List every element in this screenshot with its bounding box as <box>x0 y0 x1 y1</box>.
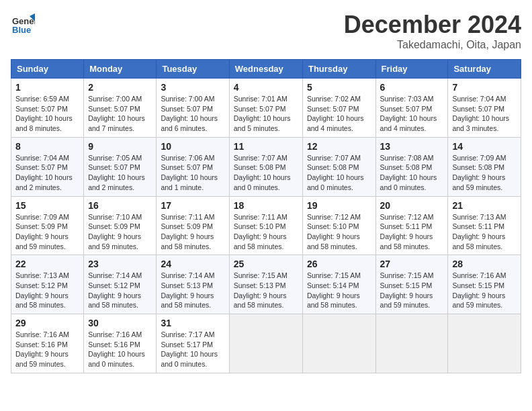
day-number: 25 <box>234 259 298 269</box>
day-number: 16 <box>88 200 152 211</box>
logo: General Blue <box>11 11 38 35</box>
logo-icon: General Blue <box>11 11 35 35</box>
calendar-cell: 9Sunrise: 7:05 AMSunset: 5:07 PMDaylight… <box>84 137 157 196</box>
weekday-header-thursday: Thursday <box>302 60 375 79</box>
day-info: Sunrise: 7:09 AMSunset: 5:08 PMDaylight:… <box>452 153 517 193</box>
day-info: Sunrise: 7:16 AMSunset: 5:16 PMDaylight:… <box>88 330 152 369</box>
day-info: Sunrise: 7:15 AMSunset: 5:14 PMDaylight:… <box>307 271 371 310</box>
calendar-cell: 2Sunrise: 7:00 AMSunset: 5:07 PMDaylight… <box>84 79 157 138</box>
day-info: Sunrise: 7:17 AMSunset: 5:17 PMDaylight:… <box>161 330 224 369</box>
calendar-body: 1Sunrise: 6:59 AMSunset: 5:07 PMDaylight… <box>11 79 521 373</box>
day-info: Sunrise: 7:16 AMSunset: 5:16 PMDaylight:… <box>15 330 79 369</box>
calendar-cell: 30Sunrise: 7:16 AMSunset: 5:16 PMDayligh… <box>84 314 157 373</box>
day-info: Sunrise: 7:10 AMSunset: 5:09 PMDaylight:… <box>88 212 152 252</box>
day-info: Sunrise: 7:11 AMSunset: 5:09 PMDaylight:… <box>161 212 224 252</box>
weekday-header-saturday: Saturday <box>448 60 521 79</box>
day-info: Sunrise: 7:03 AMSunset: 5:07 PMDaylight:… <box>380 94 444 134</box>
calendar-cell: 24Sunrise: 7:14 AMSunset: 5:13 PMDayligh… <box>157 255 229 314</box>
day-info: Sunrise: 7:12 AMSunset: 5:11 PMDaylight:… <box>380 212 444 252</box>
day-info: Sunrise: 7:02 AMSunset: 5:07 PMDaylight:… <box>307 94 371 134</box>
day-number: 3 <box>161 82 224 93</box>
calendar-cell: 12Sunrise: 7:07 AMSunset: 5:08 PMDayligh… <box>302 137 375 196</box>
day-number: 18 <box>234 200 298 211</box>
calendar-cell: 23Sunrise: 7:14 AMSunset: 5:12 PMDayligh… <box>84 255 157 314</box>
day-info: Sunrise: 7:08 AMSunset: 5:08 PMDaylight:… <box>380 153 444 193</box>
weekday-header-wednesday: Wednesday <box>229 60 302 79</box>
calendar-cell: 29Sunrise: 7:16 AMSunset: 5:16 PMDayligh… <box>11 314 84 373</box>
day-info: Sunrise: 7:13 AMSunset: 5:12 PMDaylight:… <box>15 271 79 310</box>
day-number: 5 <box>307 82 371 93</box>
location: Takedamachi, Oita, Japan <box>344 39 521 51</box>
weekday-header-monday: Monday <box>84 60 157 79</box>
day-info: Sunrise: 7:04 AMSunset: 5:07 PMDaylight:… <box>452 94 517 134</box>
day-number: 17 <box>161 200 224 211</box>
day-info: Sunrise: 7:15 AMSunset: 5:13 PMDaylight:… <box>234 271 298 310</box>
calendar-cell: 7Sunrise: 7:04 AMSunset: 5:07 PMDaylight… <box>448 79 521 138</box>
calendar-cell: 21Sunrise: 7:13 AMSunset: 5:11 PMDayligh… <box>448 196 521 255</box>
calendar-cell: 27Sunrise: 7:15 AMSunset: 5:15 PMDayligh… <box>375 255 448 314</box>
day-number: 26 <box>307 259 371 269</box>
title-block: December 2024 Takedamachi, Oita, Japan <box>344 11 521 51</box>
week-row-5: 29Sunrise: 7:16 AMSunset: 5:16 PMDayligh… <box>11 314 521 373</box>
calendar-cell: 19Sunrise: 7:12 AMSunset: 5:10 PMDayligh… <box>302 196 375 255</box>
calendar-cell <box>302 314 375 373</box>
calendar-cell: 6Sunrise: 7:03 AMSunset: 5:07 PMDaylight… <box>375 79 448 138</box>
calendar-cell: 4Sunrise: 7:01 AMSunset: 5:07 PMDaylight… <box>229 79 302 138</box>
calendar-cell <box>448 314 521 373</box>
calendar-cell: 17Sunrise: 7:11 AMSunset: 5:09 PMDayligh… <box>157 196 229 255</box>
calendar-cell: 31Sunrise: 7:17 AMSunset: 5:17 PMDayligh… <box>157 314 229 373</box>
calendar-cell: 11Sunrise: 7:07 AMSunset: 5:08 PMDayligh… <box>229 137 302 196</box>
calendar-cell: 18Sunrise: 7:11 AMSunset: 5:10 PMDayligh… <box>229 196 302 255</box>
weekday-header-friday: Friday <box>375 60 448 79</box>
calendar-cell: 28Sunrise: 7:16 AMSunset: 5:15 PMDayligh… <box>448 255 521 314</box>
weekday-header-sunday: Sunday <box>11 60 84 79</box>
day-info: Sunrise: 7:07 AMSunset: 5:08 PMDaylight:… <box>234 153 298 193</box>
day-number: 21 <box>452 200 517 211</box>
day-info: Sunrise: 7:15 AMSunset: 5:15 PMDaylight:… <box>380 271 444 310</box>
day-number: 30 <box>88 318 152 328</box>
day-number: 1 <box>15 82 79 93</box>
day-info: Sunrise: 7:01 AMSunset: 5:07 PMDaylight:… <box>234 94 298 134</box>
day-info: Sunrise: 7:16 AMSunset: 5:15 PMDaylight:… <box>452 271 517 310</box>
day-number: 9 <box>88 141 152 152</box>
day-number: 29 <box>15 318 79 328</box>
month-title: December 2024 <box>344 11 521 39</box>
calendar-cell: 14Sunrise: 7:09 AMSunset: 5:08 PMDayligh… <box>448 137 521 196</box>
day-number: 8 <box>15 141 79 152</box>
day-info: Sunrise: 7:09 AMSunset: 5:09 PMDaylight:… <box>15 212 79 252</box>
calendar-cell: 5Sunrise: 7:02 AMSunset: 5:07 PMDaylight… <box>302 79 375 138</box>
day-number: 31 <box>161 318 224 328</box>
day-number: 19 <box>307 200 371 211</box>
calendar-cell: 25Sunrise: 7:15 AMSunset: 5:13 PMDayligh… <box>229 255 302 314</box>
day-info: Sunrise: 7:07 AMSunset: 5:08 PMDaylight:… <box>307 153 371 193</box>
calendar-cell <box>375 314 448 373</box>
day-number: 20 <box>380 200 444 211</box>
day-number: 6 <box>380 82 444 93</box>
week-row-3: 15Sunrise: 7:09 AMSunset: 5:09 PMDayligh… <box>11 196 521 255</box>
day-info: Sunrise: 7:00 AMSunset: 5:07 PMDaylight:… <box>161 94 224 134</box>
day-info: Sunrise: 7:00 AMSunset: 5:07 PMDaylight:… <box>88 94 152 134</box>
weekday-header-tuesday: Tuesday <box>157 60 229 79</box>
calendar-cell: 26Sunrise: 7:15 AMSunset: 5:14 PMDayligh… <box>302 255 375 314</box>
calendar-cell: 15Sunrise: 7:09 AMSunset: 5:09 PMDayligh… <box>11 196 84 255</box>
day-info: Sunrise: 7:12 AMSunset: 5:10 PMDaylight:… <box>307 212 371 252</box>
day-number: 11 <box>234 141 298 152</box>
calendar-cell <box>229 314 302 373</box>
day-number: 24 <box>161 259 224 269</box>
day-info: Sunrise: 7:14 AMSunset: 5:13 PMDaylight:… <box>161 271 224 310</box>
day-number: 22 <box>15 259 79 269</box>
day-info: Sunrise: 7:11 AMSunset: 5:10 PMDaylight:… <box>234 212 298 252</box>
day-info: Sunrise: 7:14 AMSunset: 5:12 PMDaylight:… <box>88 271 152 310</box>
calendar-cell: 10Sunrise: 7:06 AMSunset: 5:07 PMDayligh… <box>157 137 229 196</box>
day-number: 23 <box>88 259 152 269</box>
day-info: Sunrise: 7:13 AMSunset: 5:11 PMDaylight:… <box>452 212 517 252</box>
week-row-4: 22Sunrise: 7:13 AMSunset: 5:12 PMDayligh… <box>11 255 521 314</box>
svg-text:Blue: Blue <box>12 25 31 35</box>
day-number: 27 <box>380 259 444 269</box>
page-header: General Blue December 2024 Takedamachi, … <box>11 11 521 51</box>
calendar-cell: 3Sunrise: 7:00 AMSunset: 5:07 PMDaylight… <box>157 79 229 138</box>
day-info: Sunrise: 7:06 AMSunset: 5:07 PMDaylight:… <box>161 153 224 193</box>
day-info: Sunrise: 7:05 AMSunset: 5:07 PMDaylight:… <box>88 153 152 193</box>
calendar-cell: 20Sunrise: 7:12 AMSunset: 5:11 PMDayligh… <box>375 196 448 255</box>
day-number: 2 <box>88 82 152 93</box>
